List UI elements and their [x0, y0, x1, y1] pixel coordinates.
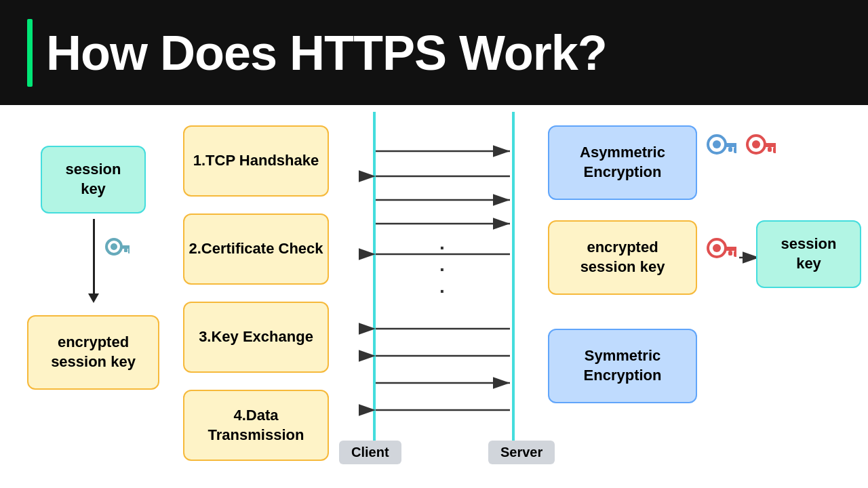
- session-key-box: sessionkey: [41, 146, 146, 214]
- blue-key-asym-icon: [707, 134, 736, 174]
- svg-rect-2: [120, 245, 130, 249]
- session-key-label-right: sessionkey: [781, 235, 837, 273]
- svg-rect-4: [124, 249, 127, 252]
- symmetric-label: SymmetricEncryption: [584, 346, 662, 385]
- svg-rect-20: [728, 147, 732, 152]
- encrypted-key-label-left: encryptedsession key: [51, 333, 136, 371]
- svg-rect-30: [728, 251, 732, 256]
- step-certificate-check: 2.Certificate Check: [183, 214, 329, 285]
- server-label: Server: [488, 441, 555, 464]
- red-key-asym-icon: [746, 134, 776, 174]
- symmetric-encryption-box: SymmetricEncryption: [548, 329, 697, 403]
- asymmetric-encryption-box: AsymmetricEncryption: [548, 125, 697, 200]
- flow-dots: ···: [439, 237, 446, 302]
- diagram-area: Client Server sessionkey encryptedsessio…: [0, 105, 868, 488]
- svg-point-17: [713, 140, 721, 148]
- svg-rect-24: [773, 147, 776, 153]
- down-arrow: [88, 219, 99, 303]
- server-line: [512, 112, 515, 444]
- asymmetric-label: AsymmetricEncryption: [580, 143, 665, 182]
- svg-rect-18: [724, 143, 736, 147]
- client-label: Client: [339, 441, 401, 464]
- svg-point-27: [713, 244, 721, 252]
- svg-rect-29: [734, 251, 736, 257]
- svg-rect-28: [724, 247, 736, 251]
- blue-key-left-icon: [105, 237, 130, 277]
- arrow-head: [88, 293, 99, 303]
- step-key-exchange: 3.Key Exchange: [183, 302, 329, 373]
- svg-rect-25: [768, 147, 772, 152]
- arrow-line: [93, 219, 95, 293]
- svg-rect-19: [734, 147, 736, 153]
- red-key-unlock-icon: [707, 237, 736, 277]
- encrypted-session-key-box-right: encryptedsession key: [548, 220, 697, 295]
- header: How Does HTTPS Work?: [0, 0, 868, 105]
- session-key-box-right: sessionkey: [756, 220, 861, 288]
- svg-point-22: [752, 140, 760, 148]
- accent-bar: [27, 19, 33, 87]
- page-title: How Does HTTPS Work?: [46, 25, 607, 81]
- svg-rect-3: [128, 249, 130, 253]
- session-key-label: sessionkey: [66, 160, 121, 199]
- encrypted-session-key-box-left: encryptedsession key: [27, 315, 159, 390]
- client-line: [373, 112, 376, 444]
- encrypted-key-label-right: encryptedsession key: [580, 238, 665, 277]
- step-tcp-handshake: 1.TCP Handshake: [183, 125, 329, 197]
- svg-rect-23: [764, 143, 776, 147]
- step-data-transmission: 4.Data Transmission: [183, 390, 329, 461]
- svg-point-1: [111, 243, 117, 250]
